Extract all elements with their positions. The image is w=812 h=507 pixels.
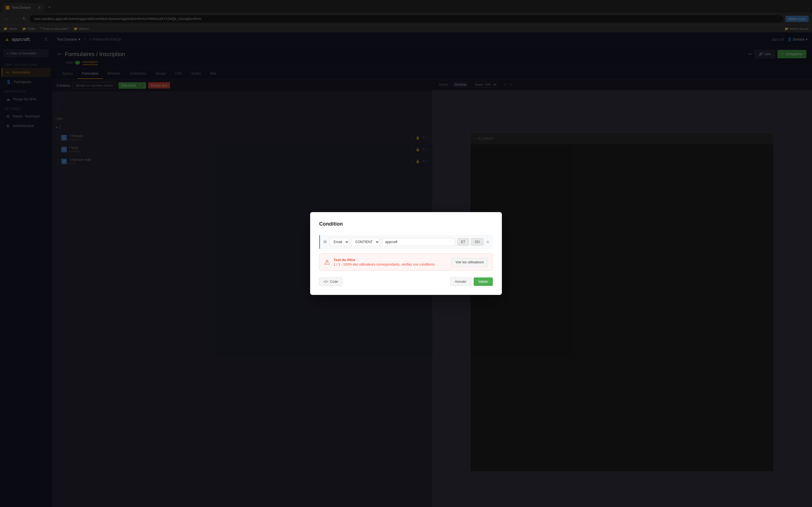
operator-selector[interactable]: CONTIENT xyxy=(352,238,380,246)
test-result-text: Test du filtre 1 / 1 - 100% des utilisat… xyxy=(334,258,435,267)
field-selector[interactable]: Email xyxy=(330,238,349,246)
code-button[interactable]: </> Code xyxy=(319,277,342,286)
condition-value-input[interactable] xyxy=(382,238,455,246)
modal-footer: </> Code Annuler Valider xyxy=(319,277,493,286)
annuler-button[interactable]: Annuler xyxy=(450,277,471,286)
valider-button[interactable]: Valider xyxy=(474,277,493,286)
code-icon: </> xyxy=(323,280,328,284)
test-result-title: Test du filtre xyxy=(334,258,435,262)
test-result-detail: 1 / 1 - 100% des utilisateurs correspond… xyxy=(334,263,435,267)
condition-modal: Condition SI Email CONTIENT ET OU ✕ ⚠ Te… xyxy=(310,212,502,295)
ou-button[interactable]: OU xyxy=(471,238,484,245)
et-button[interactable]: ET xyxy=(457,238,469,245)
condition-filter-row: SI Email CONTIENT ET OU ✕ xyxy=(319,235,493,249)
modal-overlay[interactable]: Condition SI Email CONTIENT ET OU ✕ ⚠ Te… xyxy=(0,0,812,507)
remove-condition-button[interactable]: ✕ xyxy=(486,239,490,245)
code-label: Code xyxy=(330,280,338,284)
voir-utilisateurs-button[interactable]: Voir les utilisateurs xyxy=(451,258,488,267)
modal-footer-right: Annuler Valider xyxy=(450,277,493,286)
si-label: SI xyxy=(323,240,327,244)
test-result-panel: ⚠ Test du filtre 1 / 1 - 100% des utilis… xyxy=(319,253,493,271)
modal-title: Condition xyxy=(319,221,493,227)
warning-icon: ⚠ xyxy=(324,258,330,266)
